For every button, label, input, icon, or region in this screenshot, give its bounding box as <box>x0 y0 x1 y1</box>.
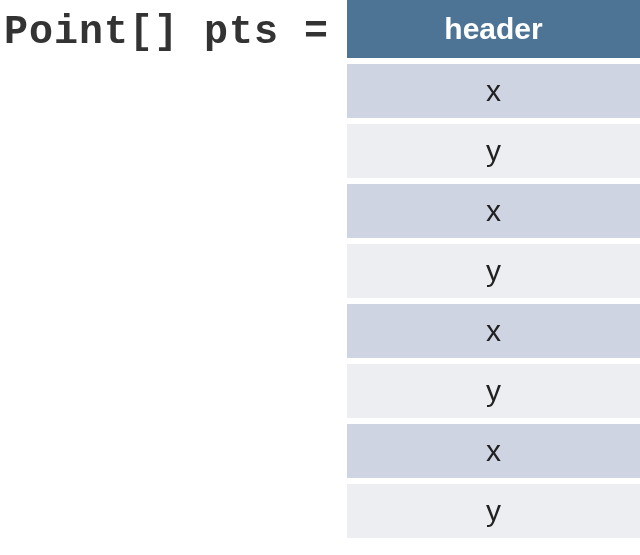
table-row: y <box>347 364 640 418</box>
table-header: header <box>347 0 640 58</box>
table-row: x <box>347 184 640 238</box>
table-row: y <box>347 244 640 298</box>
table-row: y <box>347 124 640 178</box>
memory-layout-table: header x y x y x y x y <box>347 0 640 544</box>
table-row: x <box>347 304 640 358</box>
table-row: x <box>347 424 640 478</box>
table-row: y <box>347 484 640 538</box>
diagram-container: Point[] pts = header x y x y x y x y <box>0 0 640 544</box>
array-declaration-code: Point[] pts = <box>0 0 329 55</box>
table-row: x <box>347 64 640 118</box>
